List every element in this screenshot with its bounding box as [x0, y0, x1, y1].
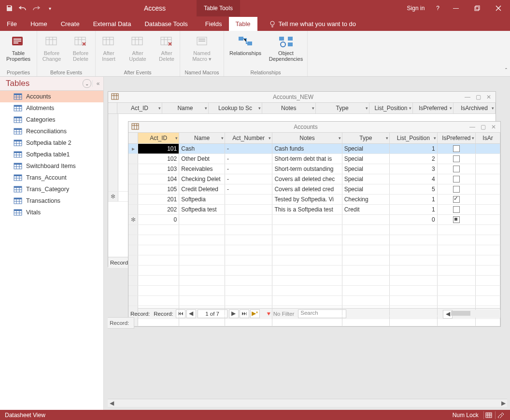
cell-name[interactable]: Receivables [179, 164, 225, 174]
window-minimize-icon[interactable]: — [464, 94, 471, 100]
column-header[interactable]: List_Position▾ [369, 103, 413, 113]
object-dependencies-button[interactable]: Object Dependencies [266, 33, 306, 63]
cell-name[interactable]: Softpedia test [179, 205, 225, 214]
table-properties-button[interactable]: Table Properties [4, 33, 32, 63]
table-row[interactable]: 104Checking Delet-Covers all deleted che… [128, 174, 500, 184]
cell-act-number[interactable]: - [225, 184, 273, 194]
checkbox[interactable] [453, 155, 460, 162]
nav-item[interactable]: Categories [0, 114, 103, 126]
cell-notes[interactable]: Covers all deleted cred [272, 184, 342, 194]
table-row[interactable]: 102Other Debt-Short-term debt that isSpe… [128, 154, 500, 164]
cell-list-position[interactable]: 2 [390, 154, 438, 164]
checkbox[interactable] [453, 196, 460, 203]
cell-act-id[interactable]: 104 [138, 174, 179, 184]
column-dropdown-icon[interactable]: ▾ [434, 136, 436, 140]
grid-header[interactable]: Act_ID▾Name▾Lookup to Sc▾Notes▾Type▾List… [108, 103, 496, 114]
nav-item[interactable]: Vitals [0, 207, 103, 218]
checkbox[interactable] [453, 176, 460, 182]
cell-type[interactable]: Special [342, 174, 390, 184]
qat-customize-icon[interactable]: ▾ [44, 3, 55, 14]
nav-item[interactable]: Allotments [0, 102, 103, 114]
after-insert-button[interactable]: After Insert [95, 33, 123, 63]
column-dropdown-icon[interactable]: ▾ [386, 136, 388, 140]
sign-in-link[interactable]: Sign in [402, 3, 430, 14]
nav-item[interactable]: Softpedia table 2 [0, 137, 103, 149]
nav-item[interactable]: Softpedia table1 [0, 149, 103, 160]
window-accounts[interactable]: Accounts — ▢ ✕ Act_ID▾Name▾Act_Number▾No… [128, 121, 501, 327]
column-header[interactable]: Name▾ [179, 133, 225, 143]
nav-item[interactable]: Switchboard Items [0, 160, 103, 172]
column-header[interactable]: Type▾ [342, 133, 390, 143]
column-dropdown-icon[interactable]: ▾ [472, 136, 474, 140]
column-dropdown-icon[interactable]: ▾ [409, 106, 411, 111]
cell-act-id[interactable]: 105 [138, 184, 179, 194]
column-header[interactable]: Act_ID▾ [117, 103, 162, 113]
redo-icon[interactable] [31, 3, 42, 14]
nav-dropdown-icon[interactable]: ⌄ [83, 79, 91, 88]
cell-act-number[interactable]: - [225, 154, 273, 164]
column-dropdown-icon[interactable]: ▾ [366, 106, 368, 111]
cell-type[interactable]: Special [342, 144, 390, 154]
nav-item[interactable]: Transactions [0, 195, 103, 207]
window-minimize-icon[interactable]: — [468, 124, 476, 130]
column-dropdown-icon[interactable]: ▾ [258, 106, 261, 111]
workspace-scrollbar[interactable]: ◀ ▶ [108, 399, 507, 407]
restore-button[interactable] [468, 1, 487, 15]
cell-list-position[interactable]: 5 [390, 184, 438, 194]
tab-file[interactable]: File [0, 17, 24, 31]
scroll-right-icon[interactable]: ▶ [499, 399, 507, 407]
cell-ispreferred[interactable] [438, 144, 476, 154]
column-dropdown-icon[interactable]: ▾ [450, 106, 452, 111]
table-row[interactable]: 103Receivables-Short-term outstandingSpe… [128, 164, 500, 174]
checkbox[interactable] [453, 206, 460, 213]
column-dropdown-icon[interactable]: ▾ [339, 136, 341, 140]
design-view-icon[interactable] [495, 411, 505, 419]
nav-item[interactable]: Accounts [0, 91, 103, 102]
named-macro-button[interactable]: Named Macro ▾ [188, 33, 216, 63]
grid-body[interactable]: ▸101Cash-Cash fundsSpecial1102Other Debt… [128, 144, 500, 308]
window-close-icon[interactable]: ✕ [490, 124, 497, 130]
cell-act-number[interactable] [225, 205, 273, 214]
cell-ispreferred[interactable] [438, 154, 476, 164]
navigation-header[interactable]: Tables ⌄ « [0, 77, 103, 91]
after-delete-button[interactable]: After Delete [153, 33, 181, 63]
column-header[interactable]: Name▾ [162, 103, 209, 113]
column-dropdown-icon[interactable]: ▾ [158, 106, 161, 111]
grid-header[interactable]: Act_ID▾Name▾Act_Number▾Notes▾Type▾List_P… [128, 133, 500, 144]
column-header[interactable]: List_Position▾ [390, 133, 438, 143]
column-header[interactable]: Notes▾ [272, 133, 342, 143]
cell-list-position[interactable]: 1 [390, 205, 438, 214]
scrollbar-thumb[interactable] [451, 311, 470, 316]
column-dropdown-icon[interactable]: ▾ [205, 106, 207, 111]
view-switcher[interactable] [483, 411, 505, 420]
column-dropdown-icon[interactable]: ▾ [269, 136, 271, 140]
column-header[interactable]: Notes▾ [262, 103, 316, 113]
table-row[interactable]: 202Softpedia testThis is a Softpedia tes… [128, 205, 500, 215]
cell-act-id[interactable]: 101 [138, 144, 179, 154]
cell-type[interactable]: Checking [342, 195, 390, 204]
before-change-button[interactable]: Before Change [38, 33, 66, 63]
after-update-button[interactable]: After Update [124, 33, 152, 63]
column-header[interactable]: Act_Number▾ [225, 133, 273, 143]
cell-type[interactable]: Special [342, 164, 390, 174]
help-icon[interactable]: ? [431, 3, 444, 14]
cell-act-id[interactable]: 201 [138, 195, 179, 204]
cell-act-id[interactable]: 103 [138, 164, 179, 174]
minimize-button[interactable]: — [446, 1, 466, 15]
cell-act-id[interactable]: 102 [138, 154, 179, 164]
cell-notes[interactable]: This is a Softpedia test [272, 205, 342, 214]
column-dropdown-icon[interactable]: ▾ [221, 136, 224, 140]
column-header[interactable]: IsAr [476, 133, 500, 143]
checkbox[interactable] [453, 166, 460, 172]
cell-list-position[interactable]: 1 [390, 144, 438, 154]
column-header[interactable]: IsArchived▾ [453, 103, 496, 113]
checkbox[interactable] [453, 216, 460, 223]
tab-fields[interactable]: Fields [198, 17, 229, 31]
checkbox[interactable] [453, 186, 460, 193]
scroll-left-icon[interactable]: ◀ [108, 399, 115, 407]
window-maximize-icon[interactable]: ▢ [479, 124, 487, 130]
cell-type[interactable]: Special [342, 154, 390, 164]
cell-notes[interactable]: Short-term outstanding [272, 164, 342, 174]
cell-ispreferred[interactable] [438, 205, 476, 214]
table-row[interactable]: 105Credit Deleted-Covers all deleted cre… [128, 184, 500, 195]
